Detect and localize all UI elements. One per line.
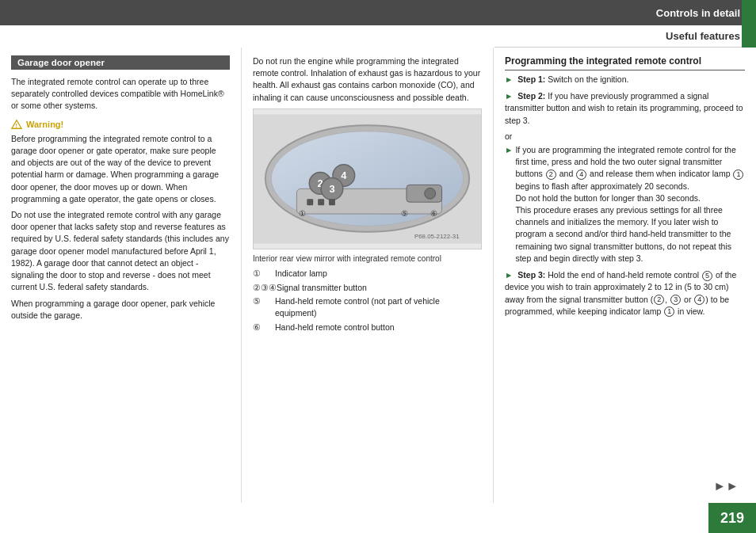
warning-block: ! Warning! Before programming the integr… xyxy=(11,119,230,322)
intro-text: The integrated remote control can operat… xyxy=(11,76,230,112)
circ-2: 2 xyxy=(546,169,556,180)
circ-4b: 4 xyxy=(694,295,704,305)
circ-3: 3 xyxy=(670,295,681,305)
header-bar: Controls in detail xyxy=(0,0,756,25)
header-accent xyxy=(742,0,756,25)
section-accent xyxy=(742,25,756,48)
notice-text: Do not run the engine while programming … xyxy=(253,55,482,104)
step-1-text: Switch on the ignition. xyxy=(548,74,628,84)
bullet-text: If you are programming the integrated re… xyxy=(515,144,745,265)
svg-text:⑥: ⑥ xyxy=(430,209,437,218)
item-num-5: ⑤ xyxy=(253,295,275,307)
svg-text:4: 4 xyxy=(341,169,347,181)
bullet-step: ► If you are programming the integrated … xyxy=(505,144,745,265)
mirror-svg: 2 4 3 ① ⑤ xyxy=(254,109,481,249)
circ-1b: 1 xyxy=(664,306,674,317)
left-column: Garage door opener The integrated remote… xyxy=(0,48,242,503)
warning-p2: Do not use the integrated remote control… xyxy=(11,209,230,294)
right-heading-text: Programming the integrated remote contro… xyxy=(505,55,701,67)
step-2-label: Step 2: xyxy=(517,91,545,101)
warning-label: Warning! xyxy=(26,120,63,129)
item-num-234: ②③④ xyxy=(253,282,277,294)
svg-rect-13 xyxy=(307,199,313,205)
list-item: ⑤ Hand-held remote control (not part of … xyxy=(253,295,482,318)
mid-column: Do not run the engine while programming … xyxy=(242,48,494,503)
item-num-6: ⑥ xyxy=(253,322,275,333)
page-number-box: 219 xyxy=(708,503,756,533)
svg-text:⑤: ⑤ xyxy=(401,209,408,218)
step-3-label: Step 3: xyxy=(517,270,545,280)
step-3-block: ► Step 3: Hold the end of hand-held remo… xyxy=(505,269,745,318)
svg-text:P68.05-2122-31: P68.05-2122-31 xyxy=(414,233,460,240)
step-1-arrow: ► xyxy=(505,74,513,84)
circ-1a: 1 xyxy=(733,169,743,180)
circ-2b: 2 xyxy=(654,295,664,305)
svg-rect-14 xyxy=(318,199,324,205)
page-number: 219 xyxy=(720,510,744,527)
step-1-block: ► Step 1: Switch on the ignition. xyxy=(505,74,745,86)
warning-p3: When programming a garage door opener, p… xyxy=(11,298,230,322)
image-caption: Interior rear view mirror with integrate… xyxy=(253,254,482,263)
item-desc-234: Signal transmitter button xyxy=(277,282,482,294)
right-column: Programming the integrated remote contro… xyxy=(494,48,756,503)
mirror-image-area: 2 4 3 ① ⑤ xyxy=(253,109,482,249)
step-3-arrow: ► xyxy=(505,270,513,280)
list-item: ① Indicator lamp xyxy=(253,268,482,280)
or-divider: or xyxy=(505,131,745,141)
svg-point-18 xyxy=(425,188,436,199)
section-bar: Useful features xyxy=(494,25,756,48)
next-page-arrow[interactable]: ►► xyxy=(713,479,739,493)
list-item: ②③④ Signal transmitter button xyxy=(253,282,482,294)
main-columns: Garage door opener The integrated remote… xyxy=(0,48,756,503)
step-2-arrow: ► xyxy=(505,91,513,101)
circ-4: 4 xyxy=(576,169,586,180)
item-desc-5: Hand-held remote control (not part of ve… xyxy=(275,295,482,318)
step-1-label: Step 1: xyxy=(517,74,545,84)
svg-text:①: ① xyxy=(299,209,306,218)
svg-text:!: ! xyxy=(15,123,17,128)
svg-text:3: 3 xyxy=(329,183,334,195)
bullet-arrow: ► xyxy=(505,144,513,156)
svg-rect-15 xyxy=(329,199,335,205)
warning-icon: ! xyxy=(11,119,22,130)
garage-heading: Garage door opener xyxy=(11,55,230,70)
circ-5: 5 xyxy=(702,271,712,281)
right-heading: Programming the integrated remote contro… xyxy=(505,55,745,70)
item-desc-1: Indicator lamp xyxy=(275,268,482,280)
step-2-block: ► Step 2: If you have previously program… xyxy=(505,90,745,127)
item-num-1: ① xyxy=(253,268,275,280)
list-item: ⑥ Hand-held remote control button xyxy=(253,322,482,333)
warning-p1: Before programming the integrated remote… xyxy=(11,133,230,205)
warning-title: ! Warning! xyxy=(11,119,230,130)
item-desc-6: Hand-held remote control button xyxy=(275,322,482,333)
item-list: ① Indicator lamp ②③④ Signal transmitter … xyxy=(253,268,482,333)
